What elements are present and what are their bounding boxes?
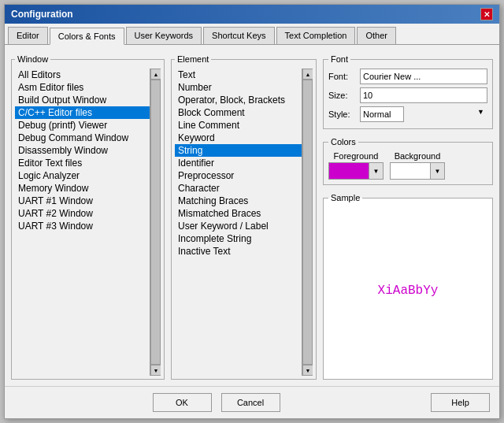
style-select[interactable]: Normal Bold Italic Bold Italic (360, 106, 404, 122)
size-label: Size: (328, 91, 360, 100)
window-list-item[interactable]: Editor Text files (15, 157, 150, 169)
element-scrollbar[interactable]: ▲ ▼ (302, 69, 313, 376)
font-input[interactable] (360, 69, 487, 84)
element-list-item[interactable]: Identifier (175, 157, 302, 169)
window-list-item[interactable]: Memory Window (15, 182, 150, 195)
tab-bar: Editor Colors & Fonts User Keywords Shor… (5, 24, 499, 45)
main-content: Window All EditorsAsm Editor filesBuild … (5, 45, 499, 386)
foreground-col: Foreground ▼ (328, 151, 384, 180)
background-picker[interactable]: ▼ (390, 162, 445, 180)
window-scrollbar[interactable]: ▲ ▼ (150, 69, 161, 376)
scroll-up-btn[interactable]: ▲ (150, 69, 161, 80)
window-list-container: All EditorsAsm Editor filesBuild Output … (15, 69, 161, 376)
element-list-container: TextNumberOperator, Block, BracketsBlock… (175, 69, 313, 376)
element-list-item[interactable]: Matching Braces (175, 195, 302, 207)
window-list-item[interactable]: C/C++ Editor files (15, 106, 150, 119)
font-row: Font: (328, 69, 487, 84)
sample-text: XiAaBbYy (328, 207, 487, 374)
font-section-title: Font (328, 54, 350, 64)
window-list-item[interactable]: UART #1 Window (15, 195, 150, 207)
tab-colors-fonts[interactable]: Colors & Fonts (50, 28, 124, 45)
scroll-down-btn[interactable]: ▼ (150, 365, 161, 376)
element-list-item[interactable]: Incomplete String (175, 232, 302, 245)
close-button[interactable]: ✕ (480, 8, 493, 20)
element-list-item[interactable]: Line Comment (175, 119, 302, 132)
element-list-item[interactable]: Block Comment (175, 106, 302, 119)
element-scroll-thumb[interactable] (302, 80, 313, 365)
ok-button[interactable]: OK (153, 393, 212, 412)
colors-row: Foreground ▼ Background ▼ (328, 151, 487, 180)
dialog-title: Configuration (11, 9, 73, 20)
colors-section: Colors Foreground ▼ Background ▼ (323, 137, 493, 185)
font-section: Font Font: Size: Style: Normal Bold I (323, 54, 493, 129)
element-list[interactable]: TextNumberOperator, Block, BracketsBlock… (175, 69, 302, 376)
foreground-label: Foreground (334, 151, 379, 161)
help-button[interactable]: Help (431, 393, 490, 412)
element-list-item[interactable]: Number (175, 81, 302, 94)
size-row: Size: (328, 87, 487, 103)
configuration-dialog: Configuration ✕ Editor Colors & Fonts Us… (4, 4, 500, 419)
window-list-item[interactable]: Logic Analyzer (15, 169, 150, 182)
element-list-item[interactable]: Operator, Block, Brackets (175, 94, 302, 106)
size-input[interactable] (360, 87, 487, 103)
background-label: Background (395, 151, 441, 161)
element-list-item[interactable]: String (175, 144, 302, 157)
element-list-item[interactable]: Text (175, 69, 302, 81)
element-list-item[interactable]: Inactive Text (175, 245, 302, 258)
element-panel-title: Element (175, 54, 211, 64)
window-panel-title: Window (15, 54, 50, 64)
colors-section-title: Colors (328, 137, 358, 147)
window-list[interactable]: All EditorsAsm Editor filesBuild Output … (15, 69, 150, 376)
cancel-button[interactable]: Cancel (221, 393, 280, 412)
foreground-dropdown-btn[interactable]: ▼ (369, 163, 383, 179)
sample-legend: Sample (328, 193, 362, 202)
title-bar: Configuration ✕ (5, 5, 499, 24)
right-panel: Font Font: Size: Style: Normal Bold I (323, 51, 493, 380)
window-list-item[interactable]: Build Output Window (15, 94, 150, 106)
element-scroll-up-btn[interactable]: ▲ (302, 69, 313, 80)
style-label: Style: (328, 109, 360, 119)
tab-other[interactable]: Other (357, 27, 396, 44)
window-list-item[interactable]: UART #2 Window (15, 207, 150, 220)
style-row: Style: Normal Bold Italic Bold Italic (328, 106, 487, 122)
tab-shortcut-keys[interactable]: Shortcut Keys (203, 27, 274, 44)
window-list-item[interactable]: Disassembly Window (15, 144, 150, 157)
element-list-item[interactable]: User Keyword / Label (175, 220, 302, 232)
window-list-item[interactable]: Debug (printf) Viewer (15, 119, 150, 132)
style-wrapper: Normal Bold Italic Bold Italic (360, 106, 487, 122)
window-list-item[interactable]: Asm Editor files (15, 81, 150, 94)
foreground-picker[interactable]: ▼ (328, 162, 384, 180)
footer: OK Cancel Help (5, 386, 499, 418)
element-list-item[interactable]: Mismatched Braces (175, 207, 302, 220)
element-list-item[interactable]: Keyword (175, 132, 302, 144)
scroll-thumb[interactable] (150, 80, 161, 365)
element-scroll-down-btn[interactable]: ▼ (302, 365, 313, 376)
tab-editor[interactable]: Editor (8, 27, 48, 44)
window-list-item[interactable]: Debug Command Window (15, 132, 150, 144)
window-list-item[interactable]: All Editors (15, 69, 150, 81)
window-list-item[interactable]: UART #3 Window (15, 220, 150, 232)
element-list-item[interactable]: Preprocessor (175, 169, 302, 182)
tab-user-keywords[interactable]: User Keywords (126, 27, 202, 44)
foreground-swatch (329, 163, 369, 179)
tab-text-completion[interactable]: Text Completion (276, 27, 356, 44)
background-col: Background ▼ (390, 151, 445, 180)
font-label: Font: (328, 72, 360, 81)
footer-center: OK Cancel (11, 393, 421, 412)
background-dropdown-btn[interactable]: ▼ (430, 163, 444, 179)
sample-section: Sample XiAaBbYy (323, 193, 493, 380)
element-list-item[interactable]: Character (175, 182, 302, 195)
background-swatch (391, 163, 430, 179)
